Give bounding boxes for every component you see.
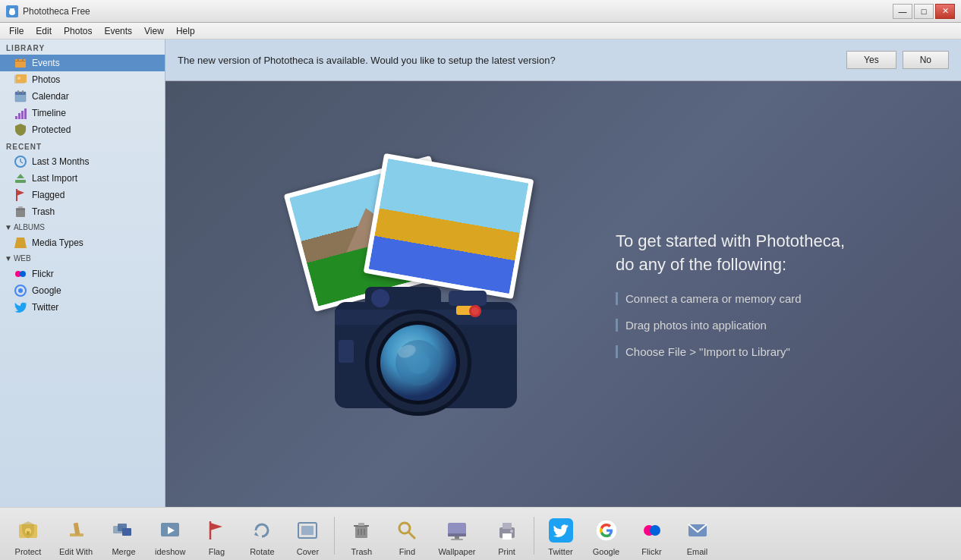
svg-point-36 [371, 289, 389, 307]
print-icon [493, 516, 521, 545]
toolbar-trash[interactable]: Trash [339, 513, 383, 559]
update-banner-buttons: Yes No [846, 51, 949, 69]
camera-body [327, 264, 525, 416]
minimize-button[interactable]: — [893, 4, 912, 19]
svg-rect-3 [15, 61, 26, 61]
flagged-icon [14, 189, 27, 201]
sidebar-item-protected[interactable]: Protected [0, 121, 165, 138]
toolbar-flag[interactable]: Flag [194, 513, 238, 559]
toolbar-flickr[interactable]: Flickr [630, 513, 674, 559]
svg-rect-35 [449, 291, 487, 306]
flag-label: Flag [209, 547, 225, 556]
svg-rect-16 [24, 109, 27, 119]
sidebar-item-flagged-label: Flagged [32, 190, 65, 200]
sidebar-item-timeline[interactable]: Timeline [0, 105, 165, 121]
menu-view[interactable]: View [138, 24, 170, 38]
yes-button[interactable]: Yes [846, 51, 896, 69]
sidebar-item-photos-label: Photos [32, 74, 60, 85]
svg-rect-72 [448, 533, 466, 536]
sidebar-item-calendar[interactable]: Calendar [0, 88, 165, 105]
protect-label: Protect [15, 547, 42, 556]
toolbar-twitter-icon [547, 516, 575, 545]
sidebar-item-events[interactable]: Events [0, 55, 165, 71]
sidebar-item-media-types[interactable]: Media Types [0, 234, 165, 251]
no-button[interactable]: No [903, 51, 949, 69]
toolbar-separator-1 [334, 517, 335, 555]
toolbar-wallpaper[interactable]: Wallpaper [430, 513, 483, 559]
sidebar: LIBRARY Events Photos Calendar Timeline [0, 39, 165, 507]
menu-events[interactable]: Events [98, 24, 138, 38]
sidebar-item-flickr[interactable]: Flickr [0, 266, 165, 282]
sidebar-item-recent[interactable]: Last 3 Months [0, 153, 165, 170]
sidebar-item-google[interactable]: Google [0, 282, 165, 299]
albums-arrow-icon: ▼ [5, 223, 12, 231]
app-title: Phototheca Free [23, 6, 893, 17]
albums-header-arrow[interactable]: ▼ ALBUMS [0, 220, 165, 234]
web-header-label: WEB [14, 254, 31, 263]
svg-rect-15 [21, 111, 24, 119]
menu-edit[interactable]: Edit [30, 24, 58, 38]
merge-icon [109, 516, 138, 545]
update-banner-text: The new version of Phototheca is availab… [178, 55, 556, 66]
sidebar-item-flickr-label: Flickr [32, 269, 54, 279]
svg-rect-76 [503, 523, 512, 529]
toolbar-merge[interactable]: Merge [102, 513, 146, 559]
svg-rect-26 [18, 206, 23, 208]
toolbar-twitter[interactable]: Twitter [539, 513, 583, 559]
menu-photos[interactable]: Photos [58, 24, 98, 38]
sidebar-item-flagged[interactable]: Flagged [0, 187, 165, 203]
recent-icon [14, 156, 27, 168]
titlebar: Phototheca Free — □ ✕ [0, 0, 961, 23]
calendar-icon [14, 90, 27, 102]
sidebar-item-photos[interactable]: Photos [0, 71, 165, 88]
close-button[interactable]: ✕ [935, 4, 955, 19]
toolbar-google[interactable]: Google [584, 513, 629, 559]
svg-rect-14 [18, 113, 20, 119]
rotate-label: Rotate [250, 547, 274, 556]
toolbar-slideshow[interactable]: ideshow [147, 513, 193, 559]
maximize-button[interactable]: □ [914, 4, 934, 19]
sidebar-item-timeline-label: Timeline [32, 108, 66, 118]
toolbar-find[interactable]: Find [385, 513, 429, 559]
svg-point-29 [20, 271, 26, 277]
svg-rect-13 [15, 116, 17, 119]
svg-point-78 [510, 530, 513, 533]
app-icon [6, 5, 18, 17]
sidebar-item-google-label: Google [32, 285, 61, 296]
toolbar-print[interactable]: Print [485, 513, 529, 559]
rotate-icon [247, 516, 276, 545]
menu-help[interactable]: Help [170, 24, 201, 38]
sidebar-item-calendar-label: Calendar [32, 91, 69, 102]
svg-marker-60 [254, 532, 259, 536]
svg-marker-21 [17, 174, 24, 178]
svg-marker-27 [14, 238, 27, 248]
albums-header-label: ALBUMS [14, 223, 45, 231]
svg-line-70 [408, 532, 414, 538]
find-label: Find [399, 547, 415, 556]
sidebar-item-twitter[interactable]: Twitter [0, 299, 165, 316]
web-header-arrow[interactable]: ▼ WEB [0, 251, 165, 266]
sidebar-item-events-label: Events [32, 58, 60, 68]
svg-rect-62 [301, 526, 314, 535]
content-area: The new version of Phototheca is availab… [165, 39, 961, 507]
svg-rect-50 [27, 531, 30, 535]
svg-point-31 [18, 288, 23, 293]
svg-marker-59 [210, 523, 222, 530]
welcome-instructions: Connect a camera or memory card Drag pho… [616, 292, 845, 358]
toolbar-email[interactable]: Email [676, 513, 720, 559]
toolbar-cover[interactable]: Cover [285, 513, 329, 559]
svg-rect-12 [22, 90, 24, 93]
svg-rect-2 [15, 59, 26, 68]
svg-rect-65 [358, 523, 364, 526]
toolbar-separator-2 [534, 517, 534, 555]
menubar: File Edit Photos Events View Help [0, 23, 961, 39]
toolbar-edit-with[interactable]: Edit With [52, 513, 100, 559]
recent-header: RECENT [0, 138, 165, 153]
toolbar-protect[interactable]: Protect [6, 513, 50, 559]
svg-rect-4 [17, 58, 19, 61]
sidebar-item-trash[interactable]: Trash [0, 203, 165, 220]
menu-file[interactable]: File [3, 24, 30, 38]
sidebar-item-last-import[interactable]: Last Import [0, 170, 165, 187]
cover-icon [293, 516, 322, 545]
toolbar-rotate[interactable]: Rotate [240, 513, 284, 559]
